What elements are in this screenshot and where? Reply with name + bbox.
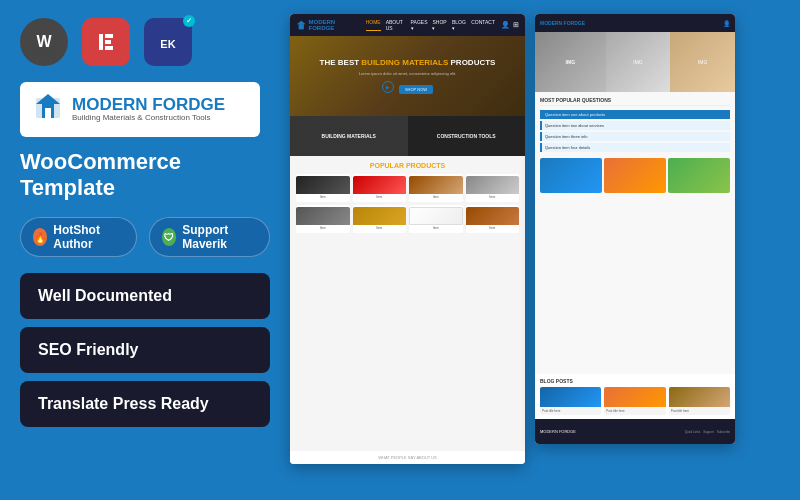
faq-title: MOST POPULAR QUESTIONS (540, 97, 730, 106)
preview-footer: MODERN FORDGE Quick Links Support Subscr… (535, 419, 735, 444)
blog-post-2-img (604, 387, 665, 407)
well-documented-button[interactable]: Well Documented (20, 273, 270, 319)
preview-hero: THE BEST BUILDING MATERIALS PRODUCTS Lor… (290, 36, 525, 116)
footer-col-3: Subscribe (717, 430, 730, 434)
sec-img1-text: IMG (566, 59, 575, 65)
preview-nav-links: HOME ABOUT US PAGES ▾ SHOP ▾ BLOG ▾ CONT… (366, 19, 495, 31)
category-banners: BUILDING MATERIALS CONSTRUCTION TOOLS (290, 116, 525, 156)
products-title-rest: PRODUCTS (406, 162, 445, 169)
blog-post-3-text: Post title here (669, 407, 730, 415)
product-card: Item (466, 205, 520, 233)
blog-post-3-img (669, 387, 730, 407)
blog-post-1-img (540, 387, 601, 407)
hero-description: Lorem ipsum dolor sit amet, consectetur … (320, 71, 496, 76)
preview-navbar: MODERN FORDGE HOME ABOUT US PAGES ▾ SHOP… (290, 14, 525, 36)
product-card: Item (296, 174, 350, 202)
about-text: WHAT PEOPLE SAY ABOUT US (296, 455, 519, 460)
banner-building: BUILDING MATERIALS (290, 116, 408, 156)
products-title: POPULAR PRODUCTS (296, 162, 519, 169)
product-card: Item (409, 205, 463, 233)
hotshot-icon: 🔥 (33, 228, 47, 246)
support-maverik-badge: 🛡 Support Maverik (149, 217, 270, 257)
products-section: POPULAR PRODUCTS Item Item Item Item Ite… (290, 156, 525, 451)
nav-icons: 👤 ⊞ (501, 21, 519, 29)
blog-post-2-text: Post title here (604, 407, 665, 415)
brand-name: MODERN FORDGE (72, 96, 225, 113)
footer-logo-text: MODERN FORDGE (540, 429, 576, 434)
brand-logo-icon (32, 90, 64, 129)
sec-top-images: IMG IMG IMG (535, 32, 735, 92)
blog-section: BLOG POSTS Post title here Post title he… (535, 374, 735, 419)
nav-about: ABOUT US (386, 19, 406, 31)
blog-post-1: Post title here (540, 387, 601, 415)
faq-section: MOST POPULAR QUESTIONS Question item one… (535, 92, 735, 374)
sec-nav-icons: 👤 (723, 20, 730, 27)
hotshot-author-badge: 🔥 HotShot Author (20, 217, 137, 257)
sec-user-icon: 👤 (723, 20, 730, 27)
svg-rect-3 (99, 34, 103, 50)
translate-press-button[interactable]: Translate Press Ready (20, 381, 270, 427)
product-card: Item (353, 205, 407, 233)
footer-col-1: Quick Links (685, 430, 701, 434)
hero-shop-btn[interactable]: SHOP NOW (399, 85, 433, 94)
sec-img2-text: IMG (633, 59, 642, 65)
plugin-icons-row: W EK ✓ (20, 18, 270, 66)
hero-play-icon: ▶ (382, 81, 394, 93)
svg-text:EK: EK (160, 38, 175, 50)
right-panel: MODERN FORDGE HOME ABOUT US PAGES ▾ SHOP… (290, 0, 800, 500)
product-card: Item (353, 174, 407, 202)
nav-home: HOME (366, 19, 381, 31)
wordpress-icon: W (20, 18, 68, 66)
preview-nav-logo: MODERN FORDGE (296, 19, 356, 31)
brand-logo-box: MODERN FORDGE Building Materials & Const… (20, 82, 260, 137)
svg-rect-4 (105, 34, 113, 38)
support-label: Support Maverik (182, 223, 257, 251)
secondary-preview: MODERN FORDGE 👤 IMG IMG IMG MOST POPULAR… (535, 14, 735, 444)
hero-content: THE BEST BUILDING MATERIALS PRODUCTS Lor… (320, 58, 496, 94)
template-type-title: WooCommerce Template (20, 149, 270, 201)
blog-post-2: Post title here (604, 387, 665, 415)
nav-grid-icon: ⊞ (513, 21, 519, 29)
secondary-nav: MODERN FORDGE 👤 (535, 14, 735, 32)
svg-rect-12 (45, 108, 51, 118)
blog-posts-grid: Post title here Post title here Post tit… (540, 387, 730, 415)
sec-img-2: IMG (606, 32, 671, 92)
author-badges-row: 🔥 HotShot Author 🛡 Support Maverik (20, 217, 270, 257)
sec-photo-2 (604, 158, 666, 193)
nav-shop: SHOP ▾ (432, 19, 446, 31)
blog-post-1-text: Post title here (540, 407, 601, 415)
product-card: Item (296, 205, 350, 233)
hero-title: THE BEST BUILDING MATERIALS PRODUCTS (320, 58, 496, 68)
nav-blog: BLOG ▾ (452, 19, 466, 31)
footer-col-2: Support (703, 430, 714, 434)
svg-rect-5 (105, 40, 111, 44)
left-panel: W EK ✓ (0, 0, 290, 500)
sec-img-3: IMG (670, 32, 735, 92)
seo-friendly-button[interactable]: SEO Friendly (20, 327, 270, 373)
faq-item-2: Question item two about services (540, 121, 730, 130)
svg-rect-6 (105, 46, 113, 50)
products-title-highlight: POPULAR (370, 162, 404, 169)
sec-img-1: IMG (535, 32, 606, 92)
nav-user-icon: 👤 (501, 21, 510, 29)
brand-subtitle: Building Materials & Construction Tools (72, 113, 225, 123)
faq-item-4: Question item four details (540, 143, 730, 152)
elementor-icon (82, 18, 130, 66)
nav-pages: PAGES ▾ (411, 19, 428, 31)
svg-marker-13 (297, 21, 306, 24)
nav-contact: CONTACT (471, 19, 495, 31)
svg-text:W: W (36, 33, 52, 50)
main-preview: MODERN FORDGE HOME ABOUT US PAGES ▾ SHOP… (290, 14, 525, 464)
hotshot-label: HotShot Author (53, 223, 124, 251)
banner-construction: CONSTRUCTION TOOLS (408, 116, 526, 156)
about-section: WHAT PEOPLE SAY ABOUT US (290, 451, 525, 464)
svg-rect-14 (299, 24, 304, 29)
banner1-text: BUILDING MATERIALS (322, 133, 376, 139)
envato-king-icon: EK ✓ (144, 18, 192, 66)
blog-title: BLOG POSTS (540, 378, 730, 384)
product-card: Item (466, 174, 520, 202)
sec-photo-1 (540, 158, 602, 193)
blog-post-3: Post title here (669, 387, 730, 415)
sec-nav-logo: MODERN FORDGE (540, 20, 585, 26)
faq-list: Question item one about products Questio… (540, 110, 730, 152)
